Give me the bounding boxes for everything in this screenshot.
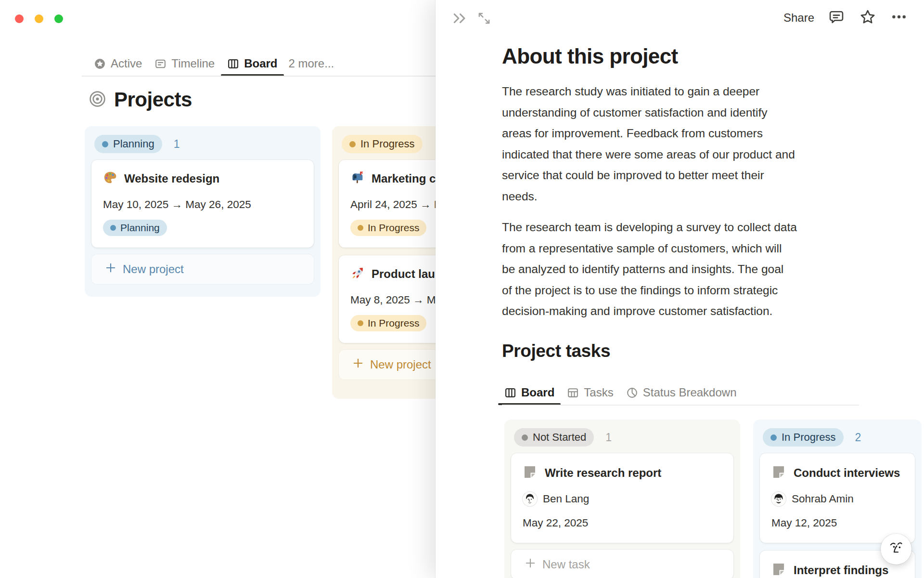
card-title: Product lau xyxy=(372,267,435,281)
card-date: May 12, 2025 xyxy=(771,517,903,529)
tab-label: Timeline xyxy=(171,57,215,70)
task-card-write-research-report[interactable]: Write research report Ben Lang May 22, 2… xyxy=(511,453,733,543)
task-card-conduct-interviews[interactable]: Conduct interviews Sohrab Amin May 12, 2… xyxy=(760,453,915,543)
section-heading-about: About this project xyxy=(502,44,678,68)
avatar-ben-lang xyxy=(523,492,537,506)
new-task-button[interactable]: New task xyxy=(511,550,733,578)
palette-emoji xyxy=(103,171,117,187)
tab-timeline-view[interactable]: Timeline xyxy=(148,51,221,76)
task-tabs-divider xyxy=(502,405,859,406)
double-chevron-right-icon xyxy=(451,10,467,28)
card-title: Website redesign xyxy=(124,172,219,185)
card-date-range: May 10, 2025 → May 26, 2025 xyxy=(103,198,302,211)
about-paragraph-1: The research study was initiated to gain… xyxy=(502,81,873,207)
project-card-website-redesign[interactable]: Website redesign May 10, 2025 → May 26, … xyxy=(91,160,314,248)
assignee-name: Ben Lang xyxy=(543,493,589,505)
minimize-window-button[interactable] xyxy=(35,14,43,23)
tab-board-view[interactable]: Board xyxy=(221,51,283,76)
card-date: May 22, 2025 xyxy=(523,517,722,529)
tab-label: Status Breakdown xyxy=(643,386,737,399)
star-icon xyxy=(859,8,876,27)
tab-active-view[interactable]: Active xyxy=(88,51,148,76)
column-count: 1 xyxy=(174,138,180,151)
rocket-emoji xyxy=(350,266,365,282)
side-peek-panel: Share About this project The research st… xyxy=(436,0,924,578)
page-title: Projects xyxy=(114,88,192,111)
notion-ai-button[interactable] xyxy=(881,534,911,565)
card-title: Write research report xyxy=(545,466,661,480)
tab-label: Board xyxy=(244,57,277,70)
card-title: Interpret findings xyxy=(794,564,888,577)
target-icon xyxy=(89,90,106,110)
expand-diagonal-icon xyxy=(476,10,492,28)
close-peek-button[interactable] xyxy=(450,10,468,28)
task-view-tabs: Board Tasks Status Breakdown xyxy=(498,380,743,405)
status-dot xyxy=(110,225,116,231)
zoom-window-button[interactable] xyxy=(54,14,63,23)
assignee-name: Sohrab Amin xyxy=(792,493,854,505)
status-pill-in-progress[interactable]: In Progress xyxy=(763,428,844,447)
ai-face-icon xyxy=(887,539,905,559)
new-project-button[interactable]: New project xyxy=(91,254,314,284)
tab-task-table-view[interactable]: Tasks xyxy=(561,380,619,405)
status-pill-planning[interactable]: Planning xyxy=(94,135,162,153)
status-tag-in-progress: In Progress xyxy=(350,315,426,331)
status-pill-in-progress[interactable]: In Progress xyxy=(342,135,423,153)
board-icon xyxy=(227,58,239,70)
avatar-sohrab-amin xyxy=(771,492,786,506)
status-dot xyxy=(358,320,363,326)
star-circle-icon xyxy=(94,58,106,70)
favorite-button[interactable] xyxy=(859,9,877,27)
card-title: Conduct interviews xyxy=(794,466,900,480)
status-dot xyxy=(770,434,777,441)
plus-icon xyxy=(352,357,364,372)
board-column-planning: Planning 1 Website redesign May 10, 2025… xyxy=(85,126,321,297)
tab-task-board-view[interactable]: Board xyxy=(498,380,561,405)
comments-button[interactable] xyxy=(827,9,846,27)
column-count: 1 xyxy=(605,431,612,444)
page-icon xyxy=(771,465,786,481)
tab-status-breakdown-view[interactable]: Status Breakdown xyxy=(620,380,743,405)
comment-icon xyxy=(828,8,845,27)
section-heading-project-tasks: Project tasks xyxy=(502,341,610,361)
board-icon xyxy=(504,387,516,399)
view-tabs: Active Timeline Board 2 more... xyxy=(88,51,339,76)
status-pill-not-started[interactable]: Not Started xyxy=(514,428,594,447)
status-dot xyxy=(522,434,528,441)
status-tag-in-progress: In Progress xyxy=(350,220,426,236)
table-icon xyxy=(567,387,579,399)
page-icon xyxy=(523,465,537,481)
mailbox-emoji xyxy=(350,171,365,187)
close-window-button[interactable] xyxy=(15,14,24,23)
status-tag-planning: Planning xyxy=(103,220,167,236)
ellipsis-icon xyxy=(890,8,908,28)
more-options-button[interactable] xyxy=(890,9,908,27)
task-column-not-started: Not Started 1 Write research report Ben … xyxy=(504,420,740,578)
about-paragraph-2: The research team is developing a survey… xyxy=(502,217,873,322)
window-controls xyxy=(15,14,63,23)
tab-label: Tasks xyxy=(584,386,613,399)
card-title: Marketing c xyxy=(372,172,436,185)
expand-page-button[interactable] xyxy=(475,10,493,28)
column-count: 2 xyxy=(855,431,861,444)
plus-icon xyxy=(525,557,536,572)
pie-clock-icon xyxy=(626,387,638,399)
status-dot xyxy=(358,225,363,231)
page-icon xyxy=(771,562,786,578)
status-dot xyxy=(349,141,356,147)
timeline-icon xyxy=(154,58,167,70)
tab-label: Active xyxy=(111,57,142,70)
status-dot xyxy=(102,141,108,147)
more-views-button[interactable]: 2 more... xyxy=(284,51,339,76)
share-button[interactable]: Share xyxy=(783,11,814,25)
plus-icon xyxy=(105,262,116,276)
tab-label: Board xyxy=(521,386,554,399)
